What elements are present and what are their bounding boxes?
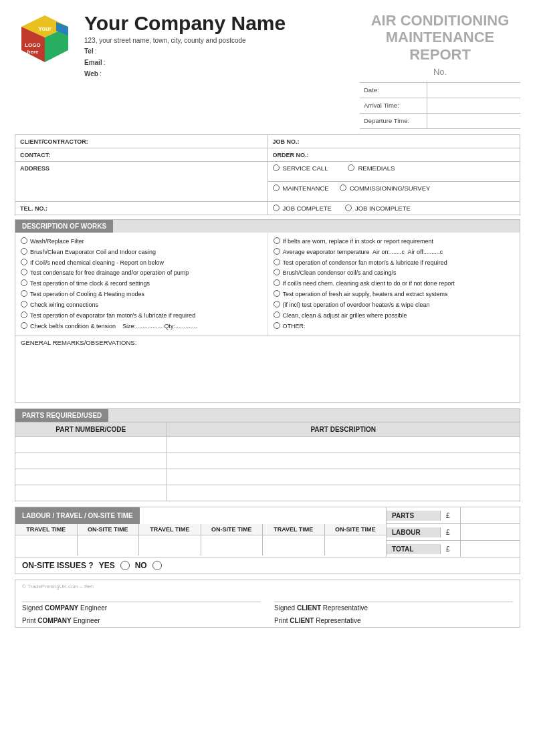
- parts-row-2: [15, 453, 520, 469]
- print-company-col: Print COMPANY Engineer: [22, 617, 261, 624]
- time-header-1: TRAVEL TIME: [15, 524, 78, 535]
- remedials-radio[interactable]: [348, 164, 354, 171]
- works-radio-5[interactable]: [21, 279, 27, 286]
- works-radio-r2[interactable]: [274, 248, 280, 255]
- parts-number-4[interactable]: [15, 485, 167, 501]
- time-val-3[interactable]: [139, 535, 201, 555]
- date-field-row: Date:: [360, 83, 520, 98]
- labour-pound: £: [440, 527, 460, 537]
- works-radio-7[interactable]: [21, 301, 27, 307]
- company-name: Your Company Name: [84, 12, 360, 34]
- parts-desc-3[interactable]: [167, 469, 520, 485]
- onsite-no-radio[interactable]: [152, 561, 162, 570]
- labour-spacer: [140, 507, 386, 524]
- job-incomplete-radio[interactable]: [345, 205, 352, 211]
- works-radio-6[interactable]: [21, 290, 27, 297]
- signed-client-label: Signed: [274, 604, 295, 612]
- works-radio-1[interactable]: [21, 237, 27, 244]
- time-header-5: TRAVEL TIME: [263, 524, 325, 535]
- maintenance-row: MAINTENANCE: [273, 184, 329, 192]
- onsite-label: ON-SITE ISSUES ?: [22, 561, 94, 570]
- works-radio-2[interactable]: [21, 248, 27, 255]
- commissioning-radio[interactable]: [340, 184, 346, 191]
- summary-placeholder: PARTS £: [386, 507, 520, 524]
- parts-row-1: [15, 437, 520, 453]
- order-no-label: ORDER NO.:: [273, 152, 309, 158]
- maintenance-radio[interactable]: [273, 184, 280, 191]
- works-radio-9[interactable]: [21, 322, 27, 329]
- job-complete-radio[interactable]: [273, 205, 280, 211]
- works-radio-r4[interactable]: [274, 269, 280, 275]
- company-info: Your Company Name 123, your street name,…: [84, 12, 360, 80]
- works-item-r2: Average evaporator temperature Air on:..…: [274, 247, 515, 257]
- time-header-2: ON-SITE TIME: [78, 524, 140, 535]
- works-item-5: Test operation of time clock & record se…: [21, 279, 262, 289]
- arrival-value[interactable]: [427, 98, 520, 113]
- labour-time-values: [15, 535, 386, 555]
- print-company-suffix: Engineer: [74, 617, 100, 624]
- time-header-3: TRAVEL TIME: [139, 524, 201, 535]
- parts-sum-value[interactable]: [460, 507, 520, 523]
- works-radio-r6[interactable]: [274, 290, 280, 297]
- works-radio-3[interactable]: [21, 259, 27, 265]
- time-val-2[interactable]: [78, 535, 140, 555]
- service-call-label: SERVICE CALL: [283, 164, 328, 172]
- works-radio-r8[interactable]: [274, 311, 280, 318]
- works-radio-r3[interactable]: [274, 259, 280, 265]
- works-item-r9: OTHER:: [274, 322, 515, 332]
- parts-number-1[interactable]: [15, 437, 167, 453]
- time-val-1[interactable]: [15, 535, 78, 555]
- total-sum-value[interactable]: [460, 541, 520, 557]
- print-client-bold: CLIENT: [290, 617, 314, 624]
- signed-company-bold: COMPANY: [45, 604, 78, 612]
- works-radio-r1[interactable]: [274, 237, 280, 244]
- signed-client-bold: CLIENT: [297, 604, 321, 612]
- tel-cell: TEL. NO.:: [15, 201, 268, 215]
- works-item-r1: If belts are worn, replace if in stock o…: [274, 237, 515, 247]
- arrival-label: Arrival Time:: [360, 100, 427, 111]
- parts-col1-header: PART NUMBER/CODE: [15, 422, 167, 437]
- time-val-6[interactable]: [325, 535, 387, 555]
- works-item-r7: (if incl) test operation of overdoor hea…: [274, 300, 515, 310]
- works-radio-r7[interactable]: [274, 301, 280, 307]
- signed-company-suffix: Engineer: [80, 604, 107, 612]
- parts-desc-1[interactable]: [167, 437, 520, 453]
- print-client-suffix: Representative: [316, 617, 360, 624]
- works-section-header: DESCRIPTION OF WORKS: [15, 220, 113, 233]
- departure-value[interactable]: [427, 114, 520, 128]
- web-label: Web: [84, 70, 98, 78]
- report-no: No.: [360, 67, 520, 77]
- print-client-col: Print CLIENT Representative: [274, 617, 513, 624]
- departure-field-row: Departure Time:: [360, 114, 520, 129]
- works-radio-r5[interactable]: [274, 279, 280, 286]
- parts-desc-4[interactable]: [167, 485, 520, 501]
- remarks-row: GENERAL REMARKS/OBSERVATIONS:: [15, 336, 520, 402]
- service-call-radio[interactable]: [273, 164, 280, 171]
- works-radio-4[interactable]: [21, 269, 27, 275]
- time-val-5[interactable]: [263, 535, 325, 555]
- onsite-yes-radio[interactable]: [120, 561, 130, 570]
- onsite-no-label: NO: [135, 561, 147, 570]
- works-radio-r9[interactable]: [274, 322, 280, 329]
- labour-grid-wrapper: TRAVEL TIME ON-SITE TIME TRAVEL TIME ON-…: [15, 524, 520, 557]
- date-value[interactable]: [427, 83, 520, 98]
- works-item-6: Test operation of Cooling & Heating mode…: [21, 289, 262, 299]
- labour-sum-value[interactable]: [460, 524, 520, 540]
- parts-number-2[interactable]: [15, 453, 167, 469]
- labour-sum-row: LABOUR £: [387, 524, 520, 541]
- works-item-3: If Coil/s need chemical cleaning - Repor…: [21, 258, 262, 268]
- parts-number-3[interactable]: [15, 469, 167, 485]
- onsite-row: ON-SITE ISSUES ? YES NO: [15, 557, 520, 574]
- parts-desc-2[interactable]: [167, 453, 520, 469]
- onsite-yes-label: YES: [99, 561, 115, 570]
- client-sig-col: Signed CLIENT Representative: [274, 602, 513, 612]
- remarks-label: GENERAL REMARKS/OBSERVATIONS:: [21, 339, 136, 346]
- commissioning-row: COMMISSIONING/SURVEY: [340, 184, 431, 192]
- copyright: © TradePrintingUK.com – Ref:: [22, 584, 513, 590]
- company-sig-col: Signed COMPANY Engineer: [22, 602, 261, 612]
- works-item-4: Test condensate for free drainage and/or…: [21, 268, 262, 278]
- time-val-4[interactable]: [201, 535, 263, 555]
- works-item-r5: If coil/s need chem. cleaning ask client…: [274, 279, 515, 289]
- works-item-7: Check wiring connections: [21, 300, 262, 310]
- works-radio-8[interactable]: [21, 311, 27, 318]
